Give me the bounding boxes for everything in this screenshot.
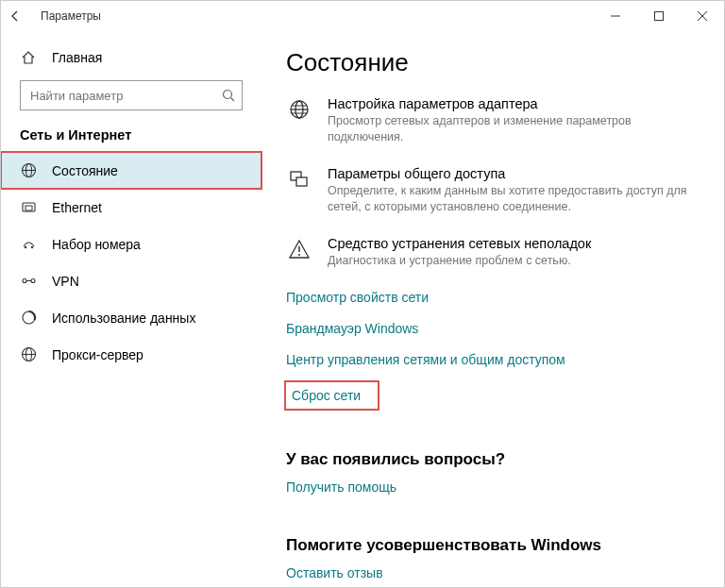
svg-point-4 [224, 91, 232, 99]
home-nav[interactable]: Главная [1, 42, 261, 73]
sidebar-item-dialup[interactable]: Набор номера [1, 226, 261, 262]
dialup-icon [20, 236, 37, 252]
sidebar-item-label: Прокси-сервер [52, 347, 143, 362]
setting-desc: Определите, к каким данным вы хотите пре… [328, 183, 696, 215]
sidebar-item-ethernet[interactable]: Ethernet [1, 189, 261, 226]
sidebar-item-vpn[interactable]: VPN [1, 262, 261, 299]
setting-label: Средство устранения сетевых неполадок [328, 236, 591, 251]
svg-point-12 [30, 246, 32, 248]
data-usage-icon [20, 310, 37, 326]
svg-point-11 [24, 246, 25, 248]
globe-icon [286, 96, 312, 145]
svg-rect-10 [25, 206, 32, 210]
setting-sharing-options[interactable]: Параметры общего доступа Определите, к к… [286, 166, 696, 215]
svg-point-28 [298, 254, 300, 256]
window-title: Параметры [41, 9, 101, 23]
maximize-button[interactable] [637, 1, 681, 31]
setting-troubleshoot[interactable]: Средство устранения сетевых неполадок Ди… [286, 236, 696, 269]
svg-rect-26 [296, 177, 307, 186]
svg-line-5 [231, 98, 235, 102]
link-windows-firewall[interactable]: Брандмауэр Windows [286, 321, 418, 336]
page-title: Состояние [286, 48, 696, 77]
search-icon [222, 89, 235, 102]
link-network-properties[interactable]: Просмотр свойств сети [286, 290, 429, 305]
search-input[interactable] [20, 80, 243, 110]
home-label: Главная [52, 50, 102, 65]
warning-icon [286, 236, 312, 269]
globe-icon [20, 162, 37, 178]
close-button[interactable] [681, 1, 724, 31]
link-network-sharing-center[interactable]: Центр управления сетями и общим доступом [286, 352, 565, 367]
setting-desc: Диагностика и устранение проблем с сетью… [328, 253, 591, 269]
sidebar: Главная Сеть и Интернет Состояние [1, 31, 261, 587]
search-box [20, 80, 243, 110]
link-get-help[interactable]: Получить помощь [286, 479, 396, 495]
sharing-icon [286, 166, 312, 215]
sidebar-item-proxy[interactable]: Прокси-сервер [1, 336, 261, 373]
sidebar-item-label: Набор номера [52, 237, 141, 252]
settings-window: Параметры Главная С [0, 0, 725, 588]
sidebar-item-label: Использование данных [52, 311, 195, 326]
vpn-icon [20, 273, 37, 289]
ethernet-icon [20, 199, 37, 215]
sidebar-item-datausage[interactable]: Использование данных [1, 299, 261, 336]
sidebar-item-label: Ethernet [52, 200, 102, 215]
link-network-reset[interactable]: Сброс сети [286, 382, 378, 409]
svg-rect-1 [655, 12, 664, 21]
back-button[interactable] [8, 9, 31, 23]
sidebar-item-label: Состояние [52, 163, 118, 178]
feedback-heading: Помогите усовершенствовать Windows [286, 536, 696, 555]
svg-point-13 [23, 279, 26, 283]
link-give-feedback[interactable]: Оставить отзыв [286, 565, 383, 580]
titlebar: Параметры [1, 1, 724, 31]
svg-point-14 [31, 279, 35, 283]
main-content: Состояние Настройка параметров адаптера … [261, 31, 724, 587]
sidebar-item-label: VPN [52, 274, 79, 289]
minimize-button[interactable] [594, 1, 637, 31]
home-icon [20, 50, 37, 65]
sidebar-section-header: Сеть и Интернет [1, 124, 261, 152]
proxy-icon [20, 346, 37, 362]
setting-label: Настройка параметров адаптера [328, 96, 696, 111]
help-heading: У вас появились вопросы? [286, 450, 696, 469]
setting-desc: Просмотр сетевых адаптеров и изменение п… [328, 113, 696, 145]
sidebar-item-status[interactable]: Состояние [1, 152, 261, 189]
setting-adapter-options[interactable]: Настройка параметров адаптера Просмотр с… [286, 96, 696, 145]
setting-label: Параметры общего доступа [328, 166, 696, 181]
